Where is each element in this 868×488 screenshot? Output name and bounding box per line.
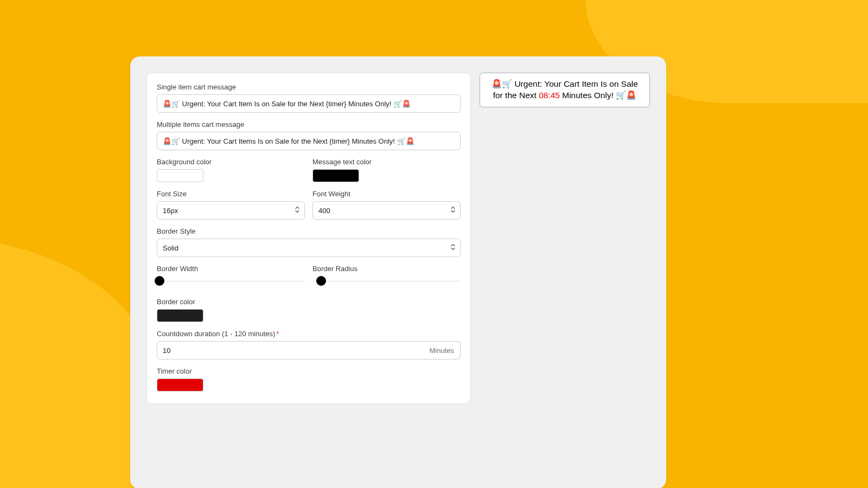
border-radius-label: Border Radius — [312, 265, 461, 273]
preview-banner: 🚨🛒 Urgent: Your Cart Item Is on Sale for… — [480, 73, 650, 107]
field-border-width: Border Width — [157, 265, 305, 286]
slider-thumb[interactable] — [316, 276, 326, 286]
preview-suffix: Minutes Only! 🛒🚨 — [560, 91, 636, 100]
field-countdown: Countdown duration (1 - 120 minutes)* Mi… — [157, 330, 461, 359]
font-size-label: Font Size — [157, 190, 305, 198]
border-color-label: Border color — [157, 298, 461, 306]
single-message-input[interactable] — [157, 94, 461, 113]
border-color-swatch[interactable] — [157, 309, 203, 322]
multi-message-label: Multiple items cart message — [157, 120, 461, 129]
field-border-color: Border color — [157, 298, 461, 322]
font-weight-select[interactable] — [312, 201, 461, 220]
border-width-slider[interactable] — [157, 276, 305, 286]
field-border-radius: Border Radius — [312, 265, 461, 286]
timer-color-swatch[interactable] — [157, 378, 203, 391]
field-bg-color: Background color — [157, 158, 305, 182]
slider-track-line — [157, 281, 305, 281]
field-single-message: Single item cart message — [157, 83, 461, 113]
single-message-label: Single item cart message — [157, 83, 461, 91]
settings-panel: Single item cart message Multiple items … — [130, 56, 666, 488]
bg-color-label: Background color — [157, 158, 305, 166]
countdown-input[interactable] — [157, 341, 461, 359]
preview-column: 🚨🛒 Urgent: Your Cart Item Is on Sale for… — [480, 73, 650, 473]
multi-message-input[interactable] — [157, 132, 461, 150]
field-timer-color: Timer color — [157, 367, 461, 391]
required-asterisk: * — [276, 330, 279, 338]
border-radius-slider[interactable] — [312, 276, 461, 286]
field-font-weight: Font Weight — [312, 190, 461, 220]
countdown-suffix: Minutes — [429, 346, 454, 355]
font-size-select[interactable] — [157, 201, 305, 220]
border-style-label: Border Style — [157, 227, 461, 235]
text-color-swatch[interactable] — [312, 169, 359, 182]
form-card: Single item cart message Multiple items … — [146, 73, 471, 404]
field-border-style: Border Style — [157, 227, 461, 257]
field-multi-message: Multiple items cart message — [157, 120, 461, 150]
slider-thumb[interactable] — [155, 276, 164, 286]
font-weight-label: Font Weight — [312, 190, 461, 198]
bg-color-swatch[interactable] — [157, 169, 203, 182]
preview-timer: 08:45 — [539, 91, 560, 100]
timer-color-label: Timer color — [157, 367, 461, 375]
countdown-label-text: Countdown duration (1 - 120 minutes) — [157, 330, 275, 338]
countdown-label: Countdown duration (1 - 120 minutes)* — [157, 330, 461, 338]
border-width-label: Border Width — [157, 265, 305, 273]
slider-track-line — [312, 281, 461, 281]
text-color-label: Message text color — [312, 158, 461, 166]
field-font-size: Font Size — [157, 190, 305, 220]
border-style-select[interactable] — [157, 239, 461, 257]
field-text-color: Message text color — [312, 158, 461, 182]
